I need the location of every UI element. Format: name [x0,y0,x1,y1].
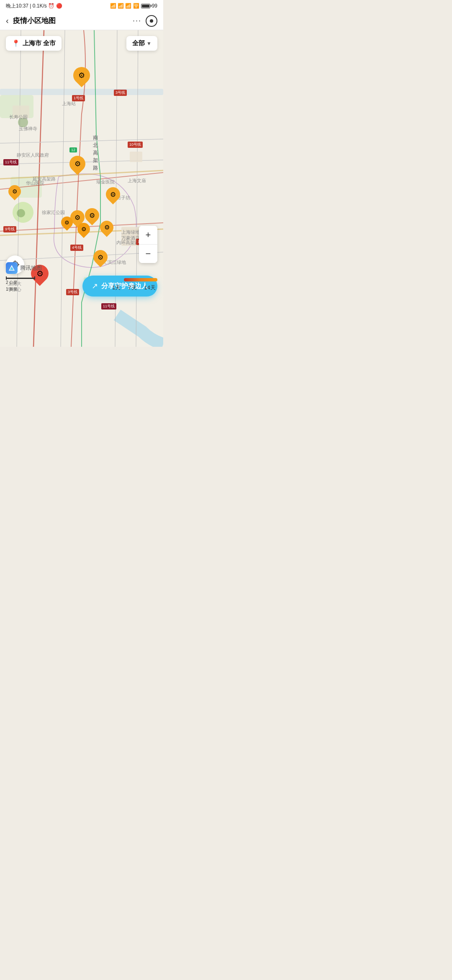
location-filter-label: 上海市 全市 [23,39,56,47]
map-pin[interactable]: ⚙ [77,223,90,235]
status-icons: 📶 📶 📶 🛜 99 [110,3,157,9]
scale-mile-label: 1 英里 [6,286,35,292]
scale-line [6,278,35,279]
time-buttons: 1天 7天 14天 [110,283,157,292]
map-pin[interactable]: ⚙ [73,67,90,84]
scale-km-label: 2 公里 [6,280,35,286]
target-icon [150,19,153,23]
map-view[interactable]: 📍 上海市 全市 全部 ▼ ⚙ 12 ⚙ ⚙ ⚙ ⚙ [0,30,163,347]
status-bar: 晚上10:37 | 0.1K/s ⏰ 🔴 📶 📶 📶 🛜 99 [0,0,163,12]
time-legend [124,278,157,281]
svg-point-7 [17,209,25,217]
svg-rect-5 [0,89,163,95]
category-filter-button[interactable]: 全部 ▼ [126,36,157,51]
more-button[interactable]: ··· [128,16,146,25]
map-pin[interactable]: ⚙ [100,221,113,234]
back-button[interactable]: ‹ [6,16,13,26]
battery-icon [141,4,150,8]
location-pin-icon: 📍 [12,39,20,47]
time-legend-bar [124,278,157,281]
map-pin[interactable]: ⚙ [61,217,73,228]
time-filter: 1天 7天 14天 [110,278,157,292]
share-icon: ↗ [92,281,98,291]
time-1day-button[interactable]: 1天 [110,283,122,292]
time-7day-button[interactable]: 7天 [126,283,138,292]
map-pin[interactable]: ⚙ [93,250,108,264]
map-provider-label: 腾讯地图 [20,264,42,272]
category-filter-label: 全部 [132,39,145,47]
target-button[interactable] [146,15,157,27]
zoom-out-button[interactable]: − [139,245,157,263]
zoom-controls: + − [139,226,157,263]
map-pin[interactable]: ⚙ [85,208,99,222]
time-14day-button[interactable]: 14天 [143,283,157,292]
zoom-in-button[interactable]: + [139,226,157,244]
location-filter-button[interactable]: 📍 上海市 全市 [6,36,62,51]
nav-bar: ‹ 疫情小区地图 ··· [0,12,163,30]
page-title: 疫情小区地图 [13,16,128,26]
svg-rect-9 [130,152,142,162]
chevron-down-icon: ▼ [146,41,152,46]
map-pin[interactable]: ⚙ [106,187,120,201]
map-pin[interactable]: 12 ⚙ [69,156,85,172]
status-time: 晚上10:37 | 0.1K/s ⏰ 🔴 [6,3,62,10]
svg-rect-8 [13,106,29,118]
svg-point-6 [18,117,28,127]
tencent-logo-icon [6,262,18,274]
map-attribution: 腾讯地图 [6,262,42,274]
scale-bar: 2 公里 1 英里 [6,278,35,292]
map-pin[interactable]: ⚙ [8,185,21,198]
